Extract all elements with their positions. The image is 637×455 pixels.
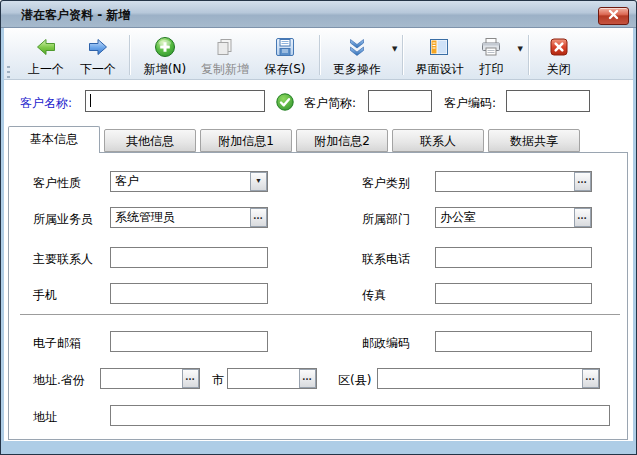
main-contact-label: 主要联系人 xyxy=(33,251,93,268)
next-button[interactable]: 下一个 xyxy=(72,33,124,78)
titlebar-close-button[interactable] xyxy=(598,7,629,25)
tab-data-share[interactable]: 数据共享 xyxy=(488,129,580,152)
arrow-right-icon xyxy=(86,35,110,59)
customer-category-input[interactable] xyxy=(435,171,592,192)
next-label: 下一个 xyxy=(80,61,116,78)
copy-add-button[interactable]: 复制新增 xyxy=(194,33,256,78)
district-lookup-button[interactable]: … xyxy=(582,369,599,388)
zip-input[interactable] xyxy=(435,331,592,352)
fax-label: 传真 xyxy=(362,287,386,304)
mobile-input[interactable] xyxy=(110,283,268,304)
more-actions-button[interactable]: 更多操作 ▼ xyxy=(326,33,397,78)
ellipsis-icon: … xyxy=(577,174,588,185)
ui-design-label: 界面设计 xyxy=(415,61,463,78)
dialog-window: 潜在客户资料 - 新增 上一个 下一个 xyxy=(0,0,637,455)
print-button[interactable]: 打印 ▼ xyxy=(469,33,522,78)
save-button[interactable]: 保存(S) xyxy=(256,33,314,78)
district-field: … xyxy=(377,368,600,389)
customer-nature-dropdown-button[interactable]: ▼ xyxy=(250,172,267,191)
chevron-double-down-icon xyxy=(345,35,369,59)
salesman-label: 所属业务员 xyxy=(33,211,93,228)
mobile-label: 手机 xyxy=(33,287,57,304)
tab-extra-info-1[interactable]: 附加信息1 xyxy=(200,129,292,152)
ellipsis-icon: … xyxy=(585,371,596,382)
customer-category-lookup-button[interactable]: … xyxy=(574,172,591,191)
email-label: 电子邮箱 xyxy=(33,335,81,352)
department-label: 所属部门 xyxy=(362,211,410,228)
add-new-button[interactable]: 新增(N) xyxy=(136,33,194,78)
save-floppy-icon xyxy=(273,35,297,59)
customer-short-label: 客户简称: xyxy=(304,95,356,112)
toolbar-separator xyxy=(528,35,530,75)
main-contact-input[interactable] xyxy=(110,247,268,268)
customer-name-label: 客户名称: xyxy=(20,95,72,112)
address-input[interactable] xyxy=(110,405,610,426)
customer-name-input[interactable] xyxy=(85,90,265,112)
toolbar-separator xyxy=(129,35,131,75)
city-field: … xyxy=(227,368,317,389)
customer-code-field-wrap xyxy=(506,90,590,112)
salesman-input[interactable] xyxy=(110,207,268,228)
customer-nature-combo: ▼ xyxy=(110,171,268,192)
previous-button[interactable]: 上一个 xyxy=(20,33,72,78)
add-new-label: 新增(N) xyxy=(144,61,186,78)
customer-category-label: 客户类别 xyxy=(362,175,410,192)
ellipsis-icon: … xyxy=(577,210,588,221)
phone-input[interactable] xyxy=(435,247,592,268)
department-lookup-button[interactable]: … xyxy=(574,208,591,227)
city-lookup-button[interactable]: … xyxy=(299,369,316,388)
close-red-icon xyxy=(547,35,571,59)
layout-window-icon xyxy=(427,35,451,59)
print-label: 打印 xyxy=(479,61,503,78)
customer-code-label: 客户编码: xyxy=(444,95,496,112)
fax-input[interactable] xyxy=(435,283,592,304)
ellipsis-icon: … xyxy=(185,371,196,382)
customer-nature-input[interactable] xyxy=(110,171,268,192)
copy-icon xyxy=(213,35,237,59)
save-label: 保存(S) xyxy=(265,61,306,78)
province-lookup-button[interactable]: … xyxy=(182,369,199,388)
customer-category-field: … xyxy=(435,171,592,192)
combo-arrow-icon: ▼ xyxy=(255,177,262,184)
tab-contacts[interactable]: 联系人 xyxy=(392,129,484,152)
tab-extra-info-2[interactable]: 附加信息2 xyxy=(296,129,388,152)
copy-add-label: 复制新增 xyxy=(201,61,249,78)
department-field: … xyxy=(435,207,592,228)
phone-label: 联系电话 xyxy=(362,251,410,268)
department-input[interactable] xyxy=(435,207,592,228)
fax-field xyxy=(435,283,592,304)
close-icon xyxy=(608,9,619,23)
text-caret xyxy=(90,94,91,107)
email-field xyxy=(110,331,268,352)
email-input[interactable] xyxy=(110,331,268,352)
district-label: 区(县) xyxy=(338,372,371,389)
valid-check-icon xyxy=(276,93,294,111)
arrow-left-icon xyxy=(34,35,58,59)
customer-nature-label: 客户性质 xyxy=(33,175,81,192)
city-label: 市 xyxy=(212,372,224,389)
title-bar: 潜在客户资料 - 新增 xyxy=(1,1,636,28)
zip-label: 邮政编码 xyxy=(362,335,410,352)
customer-short-field-wrap xyxy=(368,90,432,112)
close-button[interactable]: 关闭 xyxy=(535,33,583,78)
salesman-lookup-button[interactable]: … xyxy=(250,208,267,227)
customer-short-input[interactable] xyxy=(368,90,432,112)
mobile-field xyxy=(110,283,268,304)
customer-code-input[interactable] xyxy=(506,90,590,112)
toolbar-separator xyxy=(319,35,321,75)
ui-design-button[interactable]: 界面设计 xyxy=(409,33,469,78)
dropdown-arrow-icon: ▼ xyxy=(392,45,397,53)
province-field: … xyxy=(100,368,200,389)
tab-basic-info[interactable]: 基本信息 xyxy=(8,126,100,153)
previous-label: 上一个 xyxy=(28,61,64,78)
add-plus-icon xyxy=(153,35,177,59)
ellipsis-icon: … xyxy=(253,210,264,221)
printer-icon xyxy=(479,35,503,59)
district-input[interactable] xyxy=(377,368,600,389)
tab-other-info[interactable]: 其他信息 xyxy=(104,129,196,152)
main-contact-field xyxy=(110,247,268,268)
toolbar-separator xyxy=(402,35,404,75)
phone-field xyxy=(435,247,592,268)
section-divider xyxy=(20,314,620,315)
province-label: 地址.省份 xyxy=(33,372,85,389)
